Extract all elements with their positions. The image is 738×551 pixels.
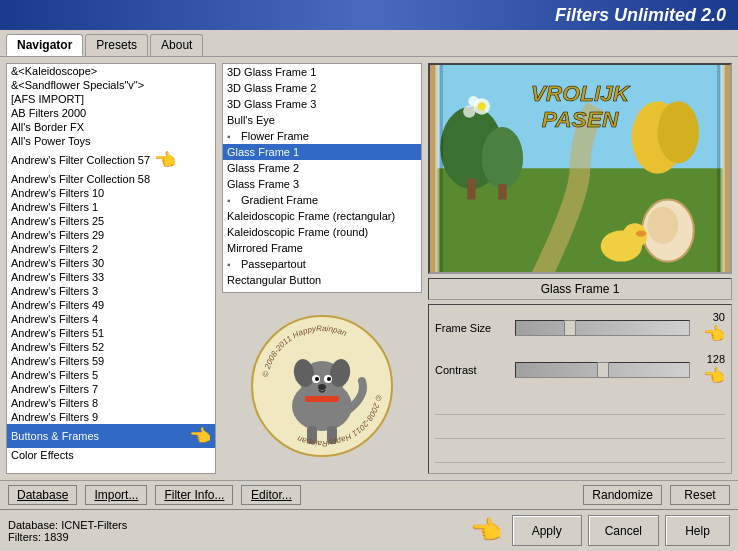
- filters-status: Filters: 1839: [8, 531, 127, 543]
- filter-list-item[interactable]: 3D Glass Frame 1: [223, 64, 421, 80]
- editor-button[interactable]: Editor...: [241, 485, 301, 505]
- randomize-button[interactable]: Randomize: [583, 485, 662, 505]
- category-list[interactable]: &<Kaleidoscope> &<Sandflower Specials"v"…: [7, 64, 215, 473]
- category-list-panel: &<Kaleidoscope> &<Sandflower Specials"v"…: [6, 63, 216, 474]
- list-item[interactable]: AB Filters 2000: [7, 106, 215, 120]
- frame-size-value: 30 👈: [690, 311, 725, 345]
- svg-point-19: [482, 127, 523, 189]
- list-item[interactable]: Andrew's Filters 33: [7, 270, 215, 284]
- list-item[interactable]: Andrew's Filters 1: [7, 200, 215, 214]
- filter-list-panel: 3D Glass Frame 1 3D Glass Frame 2 3D Gla…: [222, 63, 422, 293]
- controls-area: Frame Size 30 👈 Contrast 128 👈: [428, 304, 732, 474]
- filter-list-item[interactable]: Round Button: [223, 288, 421, 293]
- list-item[interactable]: &<Sandflower Specials"v">: [7, 78, 215, 92]
- hand-icon-apply: 👈: [470, 515, 502, 546]
- list-item-selected[interactable]: Buttons & Frames 👈: [7, 424, 215, 448]
- list-item[interactable]: Color Effects: [7, 448, 215, 462]
- list-item[interactable]: Andrew's Filters 49: [7, 298, 215, 312]
- list-item[interactable]: Andrew's Filters 9: [7, 410, 215, 424]
- filter-icon: ▪: [227, 131, 241, 142]
- middle-section: 3D Glass Frame 1 3D Glass Frame 2 3D Gla…: [222, 63, 422, 474]
- filter-list-item[interactable]: Rectangular Button: [223, 272, 421, 288]
- filter-list-item[interactable]: Glass Frame 2: [223, 160, 421, 176]
- contrast-value: 128 👈: [690, 353, 725, 387]
- list-item[interactable]: All's Border FX: [7, 120, 215, 134]
- hand-icon-control: 👈: [703, 324, 725, 344]
- svg-text:PASEN: PASEN: [542, 106, 619, 132]
- svg-point-34: [478, 102, 486, 110]
- filter-list-item[interactable]: Kaleidoscopic Frame (round): [223, 224, 421, 240]
- svg-point-22: [658, 101, 699, 163]
- list-item[interactable]: Andrew's Filters 30: [7, 256, 215, 270]
- action-buttons: 👈 Apply Cancel Help: [470, 515, 730, 546]
- blank-row-2: [435, 419, 725, 439]
- filter-icon: ▪: [227, 259, 241, 270]
- list-item[interactable]: All's Power Toys: [7, 134, 215, 148]
- filter-list-item[interactable]: Kaleidoscopic Frame (rectangular): [223, 208, 421, 224]
- tab-navigator[interactable]: Navigator: [6, 34, 83, 56]
- tab-bar: Navigator Presets About: [0, 30, 738, 57]
- frame-size-slider[interactable]: [515, 320, 690, 336]
- list-item[interactable]: &<Kaleidoscope>: [7, 64, 215, 78]
- blank-row-3: [435, 443, 725, 463]
- filter-list-item[interactable]: Glass Frame 3: [223, 176, 421, 192]
- list-item[interactable]: Andrew's Filters 4: [7, 312, 215, 326]
- list-item[interactable]: Andrew's Filters 5: [7, 368, 215, 382]
- list-item[interactable]: Andrew's Filter Collection 58: [7, 172, 215, 186]
- svg-point-8: [327, 377, 331, 381]
- title-bar: Filters Unlimited 2.0: [0, 0, 738, 30]
- filter-list-item[interactable]: Bull's Eye: [223, 112, 421, 128]
- list-item[interactable]: Andrew's Filters 51: [7, 326, 215, 340]
- filter-list-item-selected[interactable]: Glass Frame 1: [223, 144, 421, 160]
- svg-point-35: [468, 96, 478, 106]
- list-item[interactable]: Andrew's Filters 25: [7, 214, 215, 228]
- svg-point-27: [636, 231, 646, 237]
- list-item[interactable]: Andrew's Filters 2: [7, 242, 215, 256]
- tab-presets[interactable]: Presets: [85, 34, 148, 56]
- body-panel: &<Kaleidoscope> &<Sandflower Specials"v"…: [0, 57, 738, 480]
- list-item[interactable]: Andrew's Filters 10: [7, 186, 215, 200]
- list-item[interactable]: Andrew's Filters 52: [7, 340, 215, 354]
- list-item[interactable]: Andrew's Filters 3: [7, 284, 215, 298]
- list-item[interactable]: Andrew's Filters 8: [7, 396, 215, 410]
- toolbar-spacer: [309, 485, 575, 505]
- filter-list-item[interactable]: ▪ Flower Frame: [223, 128, 421, 144]
- filter-list-item[interactable]: Mirrored Frame: [223, 240, 421, 256]
- filter-list-item[interactable]: 3D Glass Frame 2: [223, 80, 421, 96]
- app-title: Filters Unlimited 2.0: [555, 5, 726, 26]
- filter-info-button[interactable]: Filter Info...: [155, 485, 233, 505]
- svg-rect-10: [305, 396, 339, 402]
- dog-area: © 2008-2011 HappyRainpan © 2008-2011 Hap…: [222, 297, 422, 474]
- contrast-label: Contrast: [435, 364, 515, 376]
- list-item[interactable]: Andrew's Filter Collection 57 👈: [7, 148, 215, 172]
- list-item[interactable]: [AFS IMPORT]: [7, 92, 215, 106]
- right-panel: VROLIJK PASEN Glass Frame 1 Frame Size: [428, 63, 732, 474]
- list-item[interactable]: Andrew's Filters 59: [7, 354, 215, 368]
- frame-size-row: Frame Size 30 👈: [435, 311, 725, 345]
- status-info: Database: ICNET-Filters Filters: 1839: [8, 519, 127, 543]
- filter-list-item[interactable]: 3D Glass Frame 3: [223, 96, 421, 112]
- database-status: Database: ICNET-Filters: [8, 519, 127, 531]
- svg-rect-20: [498, 184, 506, 200]
- filter-icon: ▪: [227, 195, 241, 206]
- help-button[interactable]: Help: [665, 515, 730, 546]
- bottom-toolbar: Database Import... Filter Info... Editor…: [0, 480, 738, 509]
- status-bar: Database: ICNET-Filters Filters: 1839 👈 …: [0, 509, 738, 551]
- import-button[interactable]: Import...: [85, 485, 147, 505]
- main-content: Navigator Presets About &<Kaleidoscope> …: [0, 30, 738, 551]
- preview-label: Glass Frame 1: [428, 278, 732, 300]
- tab-about[interactable]: About: [150, 34, 203, 56]
- list-item[interactable]: Andrew's Filters 29: [7, 228, 215, 242]
- filter-list-item[interactable]: ▪ Gradient Frame: [223, 192, 421, 208]
- reset-button[interactable]: Reset: [670, 485, 730, 505]
- svg-text:VROLIJK: VROLIJK: [531, 80, 631, 106]
- dog-svg: © 2008-2011 HappyRainpan © 2008-2011 Hap…: [247, 311, 397, 461]
- filter-list-item[interactable]: ▪ Passepartout: [223, 256, 421, 272]
- svg-point-7: [315, 377, 319, 381]
- hand-icon-control2: 👈: [703, 366, 725, 386]
- apply-button[interactable]: Apply: [512, 515, 582, 546]
- list-item[interactable]: Andrew's Filters 7: [7, 382, 215, 396]
- contrast-slider[interactable]: [515, 362, 690, 378]
- cancel-button[interactable]: Cancel: [588, 515, 659, 546]
- database-button[interactable]: Database: [8, 485, 77, 505]
